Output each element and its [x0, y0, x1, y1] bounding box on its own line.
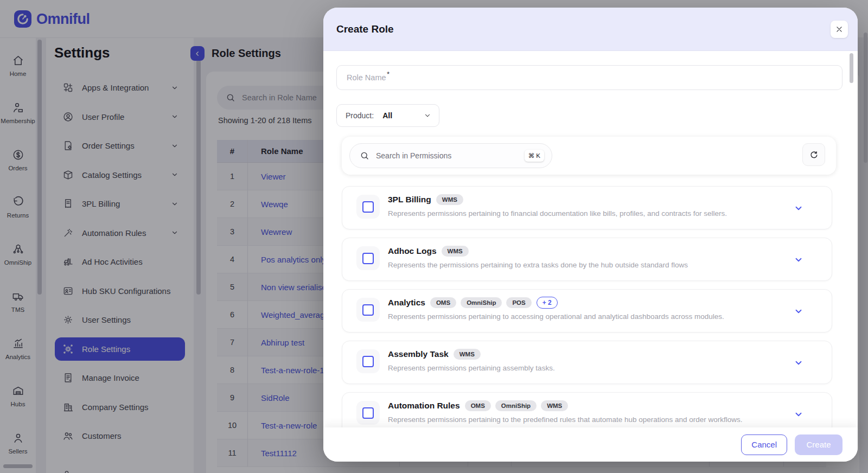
product-tag: OmniShip [495, 400, 537, 411]
permission-name: Assembly Task [388, 349, 449, 359]
permission-name: Analytics [388, 298, 425, 308]
permission-checkbox[interactable] [356, 246, 380, 270]
product-tag: WMS [541, 400, 568, 411]
product-tag: POS [506, 297, 531, 308]
product-tag: OMS [465, 400, 491, 411]
checkbox-box [362, 253, 374, 264]
role-name-field[interactable]: * [336, 65, 843, 90]
permission-description: Represents permissions pertaining assemb… [388, 364, 783, 372]
product-tag: WMS [454, 349, 481, 360]
permission-description: Represents permissions pertaining to fin… [388, 209, 783, 218]
permission-card: Analytics OMSOmniShipPOS + 2 Represents … [342, 289, 832, 333]
permission-description: Represents permissions pertaining to acc… [388, 312, 783, 321]
permission-name: Automation Rules [388, 401, 460, 411]
permission-name: Adhoc Logs [388, 246, 437, 256]
product-tag: OmniShip [461, 297, 502, 308]
chevron-down-icon[interactable] [794, 410, 803, 419]
refresh-icon [809, 150, 819, 159]
permissions-search-input[interactable] [376, 151, 518, 160]
checkbox-box [362, 356, 374, 367]
permission-card: Adhoc Logs WMS Represents the permission… [342, 238, 832, 281]
keyboard-shortcut-badge: ⌘ K [525, 150, 544, 162]
required-asterisk: * [387, 70, 390, 78]
product-tag: WMS [442, 246, 469, 257]
refresh-button[interactable] [802, 143, 825, 166]
modal-scrollbar[interactable] [850, 53, 853, 83]
permission-card: Assembly Task WMS Represents permissions… [342, 341, 832, 384]
chevron-down-icon[interactable] [794, 203, 803, 213]
permission-checkbox[interactable] [356, 195, 380, 219]
product-tag: WMS [436, 194, 463, 205]
modal-footer: Cancel Create [323, 427, 858, 462]
more-tags-chip[interactable]: + 2 [537, 297, 558, 309]
chevron-down-icon[interactable] [794, 306, 803, 316]
chevron-down-icon [424, 112, 431, 119]
checkbox-box [362, 407, 374, 419]
permissions-list: 3PL Billing WMS Represents permissions p… [342, 186, 832, 444]
checkbox-box [362, 304, 374, 316]
close-icon [835, 25, 843, 33]
product-label: Product: [346, 111, 374, 120]
modal-header: Create Role [323, 8, 858, 51]
chevron-down-icon[interactable] [794, 358, 803, 368]
permission-card: 3PL Billing WMS Represents permissions p… [342, 186, 832, 229]
modal-title: Create Role [336, 23, 394, 35]
create-role-modal: Create Role * Product: All ⌘ K [323, 8, 858, 462]
permission-name: 3PL Billing [388, 195, 431, 204]
chevron-down-icon[interactable] [794, 255, 803, 265]
permission-checkbox[interactable] [356, 298, 380, 322]
product-value: All [378, 111, 419, 120]
close-button[interactable] [831, 21, 848, 38]
permission-checkbox[interactable] [356, 349, 380, 373]
create-button[interactable]: Create [795, 434, 843, 455]
permissions-search[interactable]: ⌘ K [349, 143, 552, 168]
permission-description: Represents permissions pertaining to the… [388, 416, 783, 424]
role-name-input[interactable] [337, 66, 842, 90]
permission-description: Represents the permissions pertaining to… [388, 261, 783, 269]
product-select[interactable]: Product: All [336, 104, 439, 127]
permissions-search-card: ⌘ K [342, 137, 836, 175]
checkbox-box [362, 201, 374, 213]
product-tag: OMS [430, 297, 456, 308]
search-icon [360, 151, 369, 161]
cancel-button[interactable]: Cancel [741, 434, 787, 455]
permission-checkbox[interactable] [356, 401, 380, 425]
